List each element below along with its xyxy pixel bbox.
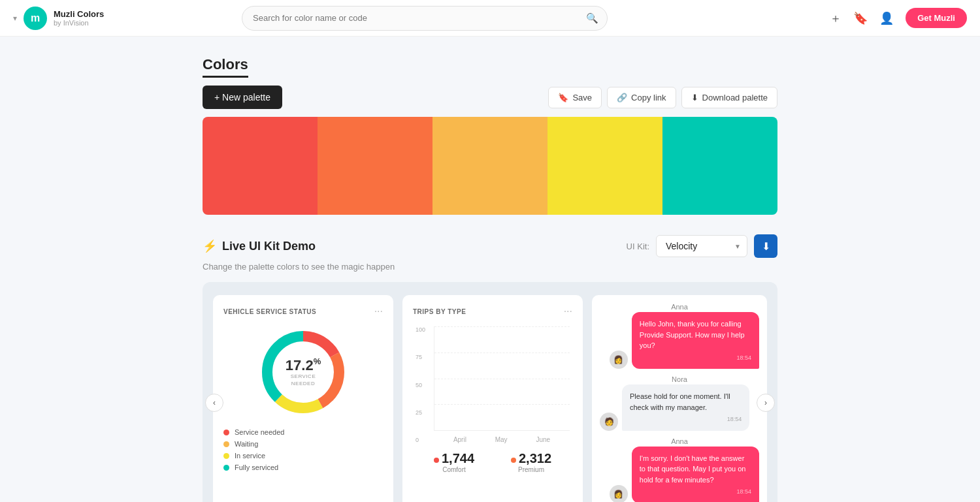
download-palette-button[interactable]: ⬇ Download palette	[681, 87, 777, 108]
palette-actions: 🔖 Save 🔗 Copy link ⬇ Download palette	[548, 87, 777, 108]
swatch-0[interactable]	[203, 117, 318, 215]
legend-item-1: Waiting	[223, 440, 383, 448]
app-title-block: Muzli Colors by InVision	[54, 9, 104, 27]
ui-kit-dropdown-wrapper: Velocity Dashboard Chat	[656, 235, 747, 257]
search-icon: 🔍	[586, 12, 598, 24]
chat-message-2: Nora 🧑 Please hold for one moment. I'll …	[600, 375, 759, 431]
donut-percent: 17.2%	[286, 356, 321, 373]
color-swatches	[189, 117, 791, 215]
search-input[interactable]	[242, 6, 608, 31]
download-white-icon: ⬇	[762, 240, 770, 253]
app-name: Muzli Colors	[54, 9, 104, 19]
chat-avatar-nora: 🧑	[600, 413, 618, 431]
trips-title: TRIPS BY TYPE	[413, 308, 466, 315]
swatch-4[interactable]	[662, 117, 777, 215]
vehicle-service-widget: VEHICLE SERVICE STATUS ···	[213, 295, 393, 502]
download-uikit-button[interactable]: ⬇	[754, 234, 777, 258]
app-header: ▾ m Muzli Colors by InVision 🔍 ＋ 🔖 👤 Get…	[0, 0, 980, 37]
download-icon: ⬇	[691, 93, 698, 102]
legend-item-2: In service	[223, 452, 383, 460]
legend-label-0: Service needed	[235, 428, 284, 436]
stat-comfort-dot	[434, 458, 439, 463]
copy-link-button[interactable]: 🔗 Copy link	[607, 87, 676, 108]
legend-dot-1	[223, 441, 229, 447]
vehicle-service-title: VEHICLE SERVICE STATUS	[223, 308, 316, 315]
bar-stats: 1,744 Comfort 2,312 Premium	[416, 451, 570, 473]
trips-widget: TRIPS BY TYPE ··· 100 75 50 25 0	[402, 295, 583, 502]
lightning-icon: ⚡	[203, 239, 217, 253]
user-icon[interactable]: 👤	[879, 11, 894, 25]
chat-avatar-anna-2: 👩	[610, 485, 628, 503]
ui-kit-selector: UI Kit: Velocity Dashboard Chat ⬇	[627, 234, 777, 258]
donut-center: 17.2% SERVICE NEEDED	[286, 356, 321, 387]
legend-item-0: Service needed	[223, 428, 383, 436]
swatch-3[interactable]	[547, 117, 662, 215]
stat-premium: 2,312 Premium	[511, 451, 551, 473]
stat-premium-dot	[511, 458, 516, 463]
vehicle-service-menu-icon[interactable]: ···	[374, 306, 383, 317]
chat-time-anna-1: 18:54	[640, 354, 751, 363]
app-logo: m	[24, 7, 47, 30]
chat-widget: Anna Hello John, thank you for calling P…	[592, 295, 767, 502]
link-icon: 🔗	[617, 93, 627, 102]
chat-name-nora: Nora	[600, 375, 759, 383]
live-demo-title-area: ⚡ Live UI Kit Demo	[203, 239, 316, 253]
trips-menu-icon[interactable]: ···	[564, 306, 572, 317]
bar-x-labels: April May June	[434, 436, 570, 443]
stat-premium-value: 2,312	[511, 451, 551, 466]
main-content: Colors + New palette 🔖 Save 🔗 Copy link …	[189, 37, 791, 502]
chat-row-nora: 🧑 Please hold for one moment. I'll check…	[600, 384, 759, 431]
tab-area: Colors	[189, 56, 791, 86]
legend-dot-0	[223, 430, 229, 435]
header-right: ＋ 🔖 👤 Get Muzli	[830, 8, 967, 28]
live-demo-title: Live UI Kit Demo	[222, 240, 316, 253]
donut-chart-container: 17.2% SERVICE NEEDED Service needed	[223, 326, 383, 471]
header-left: ▾ m Muzli Colors by InVision	[13, 7, 131, 30]
chat-name-anna-2: Anna	[600, 437, 759, 445]
swatch-2[interactable]	[433, 117, 547, 215]
ui-kit-dropdown[interactable]: Velocity Dashboard Chat	[656, 235, 747, 257]
live-demo-section: ⚡ Live UI Kit Demo UI Kit: Velocity Dash…	[189, 215, 791, 502]
chat-row-anna-2: I'm sorry. I don't have the answer to th…	[600, 447, 759, 503]
save-button[interactable]: 🔖 Save	[548, 87, 602, 108]
stat-comfort-value: 1,744	[434, 451, 474, 466]
chat-bubble-anna-1: Hello John, thank you for calling Provid…	[632, 312, 759, 369]
bar-chart-y-labels: 100 75 50 25 0	[416, 326, 425, 443]
bar-chart-grid	[434, 326, 570, 431]
demo-area: ‹ › VEHICLE SERVICE STATUS ···	[203, 282, 777, 502]
chat-bubble-nora: Please hold for one moment. I'll check w…	[622, 384, 749, 431]
donut-label: SERVICE NEEDED	[286, 374, 321, 388]
live-demo-subtitle: Change the palette colors to see the mag…	[203, 262, 777, 272]
new-palette-button[interactable]: + New palette	[203, 86, 282, 109]
bar-chart-area: 100 75 50 25 0	[413, 326, 572, 473]
stat-premium-label: Premium	[511, 466, 551, 473]
legend-label-2: In service	[235, 452, 265, 460]
search-container: 🔍	[242, 6, 608, 31]
legend-dot-3	[223, 465, 229, 471]
live-demo-header: ⚡ Live UI Kit Demo UI Kit: Velocity Dash…	[203, 234, 777, 258]
chat-name-anna-1: Anna	[600, 303, 759, 311]
chat-bubble-anna-2: I'm sorry. I don't have the answer to th…	[632, 447, 759, 503]
chat-message-3: Anna I'm sorry. I don't have the answer …	[600, 437, 759, 503]
palette-toolbar: + New palette 🔖 Save 🔗 Copy link ⬇ Downl…	[189, 86, 791, 117]
app-subtitle: by InVision	[54, 19, 104, 27]
chevron-down-icon[interactable]: ▾	[13, 14, 17, 23]
legend-item-3: Fully serviced	[223, 463, 383, 471]
stat-comfort-label: Comfort	[434, 466, 474, 473]
add-icon[interactable]: ＋	[830, 10, 841, 26]
tab-colors[interactable]: Colors	[203, 56, 248, 78]
vehicle-service-header: VEHICLE SERVICE STATUS ···	[223, 306, 383, 317]
demo-nav-left-button[interactable]: ‹	[205, 394, 223, 412]
swatch-1[interactable]	[318, 117, 433, 215]
legend-label-3: Fully serviced	[235, 463, 278, 471]
demo-nav-right-button[interactable]: ›	[757, 394, 775, 412]
bookmark-icon[interactable]: 🔖	[853, 11, 868, 25]
get-muzli-button[interactable]: Get Muzli	[906, 8, 967, 28]
chat-time-nora: 18:54	[630, 415, 742, 424]
donut-legend: Service needed Waiting In service F	[223, 428, 383, 471]
chat-message-1: Anna Hello John, thank you for calling P…	[600, 303, 759, 369]
stat-comfort: 1,744 Comfort	[434, 451, 474, 473]
donut-chart: 17.2% SERVICE NEEDED	[257, 326, 349, 418]
legend-label-1: Waiting	[235, 440, 258, 448]
bookmark-save-icon: 🔖	[558, 93, 568, 102]
